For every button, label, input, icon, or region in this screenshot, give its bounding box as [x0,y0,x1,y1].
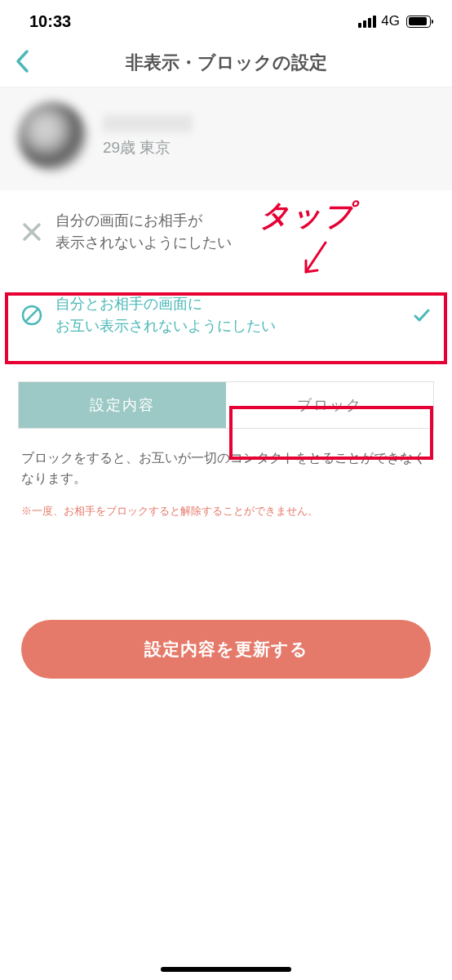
back-button[interactable] [15,49,29,77]
battery-icon [406,16,431,28]
info-warning: ※一度、お相手をブロックすると解除することができません。 [21,504,431,519]
signal-icon [358,16,376,28]
option-hide-self[interactable]: 自分の画面にお相手が 表示されないようにしたい [0,190,452,274]
option-hide-both-label: 自分とお相手の画面に お互い表示されないようにしたい [55,293,410,337]
chevron-left-icon [15,49,29,74]
status-time: 10:33 [29,12,71,31]
tabs: 設定内容 ブロック [0,381,452,429]
status-bar: 10:33 4G [0,0,452,39]
info-description: ブロックをすると、お互いが一切のコンタクトをとることができなくなります。 [21,448,431,489]
page-title: 非表示・ブロックの設定 [15,51,437,75]
tab-settings[interactable]: 設定内容 [19,382,226,428]
block-icon [18,304,46,327]
update-button[interactable]: 設定内容を更新する [21,620,431,679]
annotation-arrow-icon [298,239,334,287]
avatar [18,102,86,171]
header: 非表示・ブロックの設定 [0,39,452,87]
info-block: ブロックをすると、お互いが一切のコンタクトをとることができなくなります。 ※一度… [0,429,452,538]
option-hide-self-label: 自分の画面にお相手が 表示されないようにしたい [55,210,434,254]
network-label: 4G [381,13,400,29]
profile-subtitle: 29歳 東京 [103,137,193,158]
status-indicators: 4G [358,13,431,29]
profile-name-blurred [103,114,193,132]
option-hide-both[interactable]: 自分とお相手の画面に お互い表示されないようにしたい [0,274,452,357]
check-icon [410,305,434,325]
annotation-tap-label: タップ [259,196,355,236]
x-icon [18,221,46,243]
svg-line-1 [25,309,38,322]
home-indicator[interactable] [161,967,291,972]
profile-section: 29歳 東京 [0,87,452,190]
tab-block[interactable]: ブロック [226,382,433,428]
